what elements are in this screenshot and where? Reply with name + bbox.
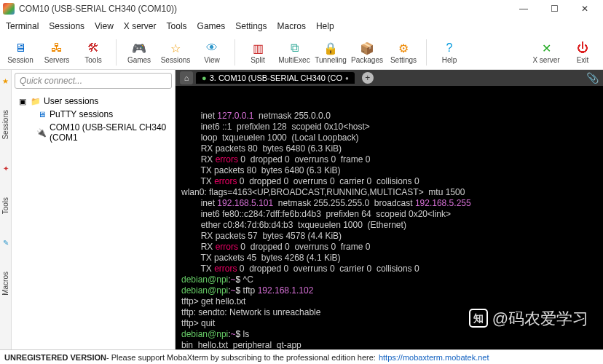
toolbar: 🖥Session🖧Servers🛠Tools🎮Games☆Sessions👁Vi… [0, 35, 603, 70]
terminal-line: inet 127.0.0.1 netmask 255.0.0.0 [181, 111, 597, 122]
dock-tab-tools[interactable]: Tools [1, 194, 9, 217]
status-link[interactable]: https://mobaxterm.mobatek.net [379, 353, 489, 362]
statusbar: UNREGISTERED VERSION - Please support Mo… [0, 349, 603, 364]
split-icon: ▥ [250, 40, 266, 56]
terminal-output[interactable]: inet 127.0.0.1 netmask 255.0.0.0 inet6 :… [176, 86, 603, 349]
tab-dot-icon: ● [345, 75, 349, 82]
session-tree: ▣ 📁 User sessions 🖥 PuTTY sessions 🔌 COM… [12, 92, 175, 147]
putty-icon: 🖥 [36, 109, 47, 119]
toolbar-label: Sessions [161, 56, 191, 64]
toolbar-packages-button[interactable]: 📦Packages [351, 40, 383, 64]
toolbar-label: Tools [84, 56, 101, 64]
dock-tab-macros[interactable]: Macros [1, 269, 9, 298]
terminal-line: inet 192.168.5.101 netmask 255.255.255.0… [181, 198, 597, 209]
status-unregistered: UNREGISTERED VERSION [4, 353, 106, 362]
sidebar: Quick connect... ▣ 📁 User sessions 🖥 PuT… [12, 70, 176, 349]
tree-label: User sessions [44, 96, 98, 106]
toolbar-session-button[interactable]: 🖥Session [4, 40, 36, 64]
toolbar-help-button[interactable]: ?Help [433, 40, 465, 64]
menu-view[interactable]: View [95, 21, 114, 31]
terminal-line: TX errors 0 dropped 0 overruns 0 carrier… [181, 264, 597, 274]
x server-icon: ✕ [538, 40, 554, 56]
tree-label: COM10 (USB-SERIAL CH340 (COM1 [50, 122, 173, 143]
status-text: - Please support MobaXterm by subscribin… [106, 353, 376, 362]
serial-icon: 🔌 [36, 127, 47, 138]
terminal-line: debian@npi:~$ ^C [181, 274, 597, 285]
terminal-line: TX packets 45 bytes 4268 (4.1 KiB) [181, 253, 597, 264]
menu-terminal[interactable]: Terminal [6, 21, 39, 31]
collapse-icon: ▣ [17, 96, 28, 106]
games-icon: 🎮 [131, 40, 147, 56]
toolbar-label: View [204, 56, 220, 64]
new-tab-button[interactable]: + [362, 72, 374, 84]
terminal-line: TX packets 80 bytes 6480 (6.3 KiB) [181, 165, 597, 176]
toolbar-separator [116, 39, 117, 66]
home-tab-button[interactable]: ⌂ [180, 71, 193, 84]
minimize-button[interactable]: — [508, 0, 539, 17]
toolbar-exit-button[interactable]: ⏻Exit [567, 40, 599, 64]
toolbar-servers-button[interactable]: 🖧Servers [41, 40, 73, 64]
terminal-line: debian@npi:~$ ls [181, 329, 597, 340]
toolbar-label: Settings [390, 56, 417, 64]
terminal-line: ether c0:84:7d:6b:d4:b3 txqueuelen 1000 … [181, 220, 597, 231]
maximize-button[interactable]: ☐ [539, 0, 570, 17]
tree-label: PuTTY sessions [50, 109, 113, 119]
menu-settings[interactable]: Settings [235, 21, 267, 31]
close-button[interactable]: ✕ [570, 0, 600, 17]
view-icon: 👁 [204, 40, 220, 56]
app-logo-icon [3, 3, 15, 15]
menubar: Terminal Sessions View X server Tools Ga… [0, 17, 603, 35]
clip-icon[interactable]: 📎 [586, 72, 599, 84]
tree-com10-session[interactable]: 🔌 COM10 (USB-SERIAL CH340 (COM1 [13, 121, 173, 144]
toolbar-multiexec-button[interactable]: ⧉MultiExec [278, 40, 310, 64]
terminal-line: RX errors 0 dropped 0 overruns 0 frame 0 [181, 154, 597, 165]
terminal-line: RX packets 57 bytes 4578 (4.4 KiB) [181, 231, 597, 242]
menu-xserver[interactable]: X server [124, 21, 157, 31]
terminal-line: RX errors 0 dropped 0 overruns 0 frame 0 [181, 242, 597, 253]
menu-help[interactable]: Help [316, 21, 334, 31]
toolbar-tunneling-button[interactable]: 🔒Tunneling [315, 40, 347, 64]
toolbar-label: X server [532, 56, 559, 64]
toolbar-x-server-button[interactable]: ✕X server [530, 40, 562, 64]
settings-icon: ⚙ [395, 40, 411, 56]
window-title: COM10 (USB-SERIAL CH340 (COM10)) [19, 4, 508, 14]
menu-macros[interactable]: Macros [277, 21, 306, 31]
toolbar-label: Packages [351, 56, 383, 64]
tools-icon: 🛠 [85, 40, 101, 56]
sessions-icon: ☆ [168, 40, 184, 56]
servers-icon: 🖧 [49, 40, 65, 56]
terminal-line: bin hello.txt peripheral qt-app [181, 340, 597, 349]
toolbar-label: Servers [44, 56, 69, 64]
toolbar-label: Games [127, 56, 151, 64]
terminal-line: TX errors 0 dropped 0 overruns 0 carrier… [181, 176, 597, 187]
toolbar-games-button[interactable]: 🎮Games [123, 40, 155, 64]
dock-tab-sessions[interactable]: Sessions [1, 107, 9, 143]
toolbar-settings-button[interactable]: ⚙Settings [387, 40, 419, 64]
toolbar-label: Help [442, 56, 457, 64]
toolbar-label: MultiExec [278, 56, 310, 64]
toolbar-sessions-button[interactable]: ☆Sessions [159, 40, 192, 64]
menu-tools[interactable]: Tools [167, 21, 187, 31]
terminal-line: tftp> get hello.txt [181, 296, 597, 307]
help-icon: ? [441, 40, 457, 56]
tree-user-sessions[interactable]: ▣ 📁 User sessions [13, 95, 173, 108]
tab-com10[interactable]: ● 3. COM10 (USB-SERIAL CH340 (CO ● [196, 72, 355, 84]
session-icon: 🖥 [12, 40, 28, 56]
watermark-text: @码农爱学习 [492, 313, 588, 324]
terminal-line: debian@npi:~$ tftp 192.168.1.102 [181, 285, 597, 296]
multiexec-icon: ⧉ [286, 40, 302, 56]
terminal-line: inet6 ::1 prefixlen 128 scopeid 0x10<hos… [181, 122, 597, 132]
menu-sessions[interactable]: Sessions [49, 21, 84, 31]
menu-games[interactable]: Games [197, 21, 226, 31]
toolbar-view-button[interactable]: 👁View [196, 40, 228, 64]
toolbar-split-button[interactable]: ▥Split [242, 40, 274, 64]
toolbar-tools-button[interactable]: 🛠Tools [77, 40, 109, 64]
zhihu-icon: 知 [469, 309, 488, 328]
folder-icon: 📁 [31, 96, 41, 106]
tree-putty-sessions[interactable]: 🖥 PuTTY sessions [13, 108, 173, 121]
terminal-area: ⌂ ● 3. COM10 (USB-SERIAL CH340 (CO ● + 📎… [176, 70, 603, 349]
quick-connect-input[interactable]: Quick connect... [15, 73, 172, 89]
terminal-line: loop txqueuelen 1000 (Local Loopback) [181, 132, 597, 143]
toolbar-separator [234, 39, 235, 66]
packages-icon: 📦 [359, 40, 375, 56]
